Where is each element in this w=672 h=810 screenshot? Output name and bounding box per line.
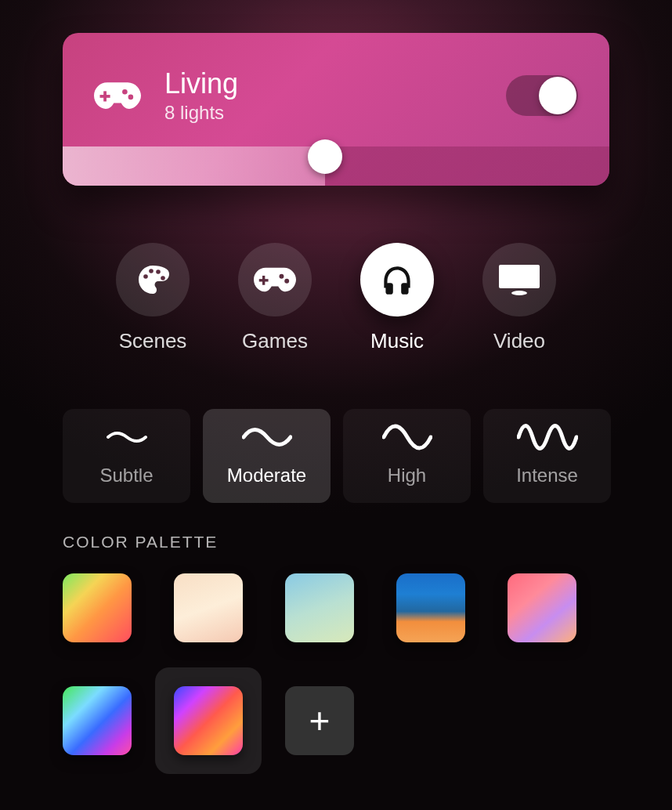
gamepad-icon [238, 243, 312, 316]
palette-swatch-2[interactable] [174, 573, 243, 642]
brightness-knob[interactable] [308, 139, 342, 174]
room-title: Living [164, 67, 506, 100]
mode-tabs: Scenes Games Music [0, 243, 672, 353]
plus-icon: + [285, 686, 354, 755]
toggle-knob [539, 77, 576, 114]
room-info: Living 8 lights [164, 67, 506, 124]
mode-label: Games [242, 329, 308, 353]
svg-point-11 [284, 279, 289, 284]
intensity-row: Subtle Moderate High Intense [63, 409, 611, 503]
palette-swatch-5[interactable] [508, 573, 576, 642]
room-card: Living 8 lights [63, 33, 609, 186]
headphones-icon [360, 243, 434, 316]
intensity-label: Moderate [227, 465, 306, 486]
intensity-high[interactable]: High [343, 409, 471, 503]
svg-point-2 [122, 89, 128, 95]
palette-swatch-7[interactable] [174, 686, 243, 755]
monitor-icon [482, 243, 556, 316]
intensity-label: High [388, 465, 426, 486]
mode-tab-video[interactable]: Video [482, 243, 556, 353]
wave-moderate-icon [242, 425, 292, 449]
svg-rect-1 [100, 95, 110, 98]
mode-label: Video [493, 329, 545, 353]
svg-point-6 [156, 269, 161, 274]
intensity-intense[interactable]: Intense [483, 409, 611, 503]
svg-rect-12 [385, 283, 392, 295]
intensity-subtle[interactable]: Subtle [63, 409, 190, 503]
room-subtitle: 8 lights [164, 102, 506, 124]
palette-add-button[interactable]: + [285, 686, 354, 755]
mode-tab-music[interactable]: Music [360, 243, 434, 353]
wave-high-icon [382, 425, 432, 449]
palette-swatch-1[interactable] [63, 573, 132, 642]
wave-subtle-icon [107, 425, 147, 449]
wave-intense-icon [517, 425, 578, 449]
svg-point-3 [128, 95, 134, 100]
palette-icon [116, 243, 190, 316]
mode-label: Scenes [119, 329, 187, 353]
room-toggle[interactable] [506, 75, 578, 116]
svg-point-15 [511, 291, 527, 295]
palette-header: COLOR PALETTE [63, 533, 611, 551]
mode-tab-scenes[interactable]: Scenes [116, 243, 190, 353]
mode-label: Music [370, 329, 424, 353]
svg-rect-13 [401, 283, 408, 295]
room-header: Living 8 lights [63, 33, 609, 143]
intensity-moderate[interactable]: Moderate [203, 409, 331, 503]
svg-point-7 [161, 276, 165, 280]
svg-rect-14 [499, 265, 540, 288]
svg-point-4 [143, 274, 148, 279]
svg-point-5 [149, 269, 154, 273]
palette-section: COLOR PALETTE + [63, 533, 611, 755]
intensity-label: Intense [516, 465, 578, 486]
palette-swatch-3[interactable] [285, 573, 354, 642]
palette-swatch-4[interactable] [396, 573, 465, 642]
palette-swatch-6[interactable] [63, 686, 132, 755]
palette-grid: + [63, 573, 611, 755]
svg-rect-9 [259, 279, 269, 281]
intensity-label: Subtle [99, 465, 153, 486]
svg-point-10 [279, 274, 284, 279]
mode-tab-games[interactable]: Games [238, 243, 312, 353]
gamepad-icon [94, 79, 141, 112]
